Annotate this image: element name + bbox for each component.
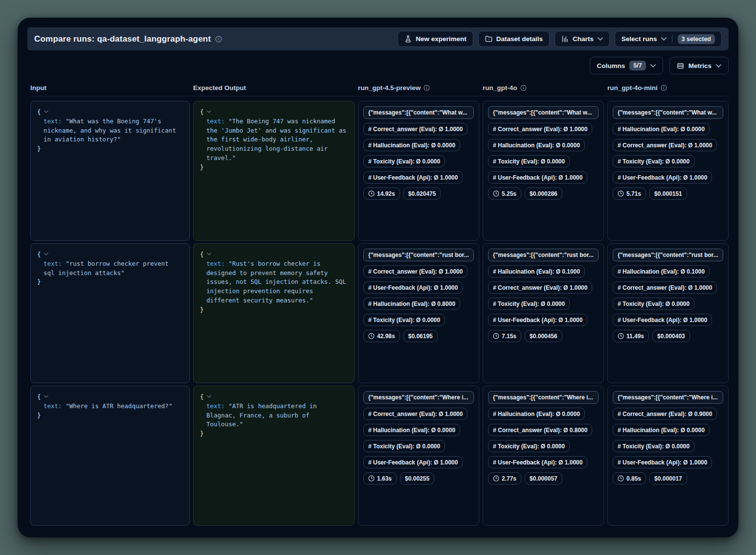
dataset-details-button[interactable]: Dataset details [478,31,550,47]
charts-button[interactable]: Charts [555,31,610,47]
latency-badge[interactable]: 42.98s [363,330,400,342]
input-cell[interactable]: { text: "rust borrow checker prevent sql… [30,243,190,383]
latency-badge[interactable]: 5.71s [613,187,646,200]
score-badge[interactable]: # Correct_answer (Eval): Ø 1.0000 [488,281,592,294]
cost-badge[interactable]: $0.000017 [649,472,687,485]
new-experiment-button[interactable]: New experiment [398,31,473,47]
collapse-caret-icon[interactable] [207,392,211,401]
json-key: text: [206,117,225,125]
score-badge[interactable]: # User-Feedback (Api): Ø 1.0000 [613,171,712,184]
info-icon[interactable] [520,85,527,91]
column-header-label: Expected Output [193,84,246,92]
collapse-caret-icon[interactable] [207,249,211,258]
title-info-icon[interactable] [215,36,222,43]
score-badge[interactable]: # Hallucination (Eval): Ø 0.0000 [613,123,710,135]
collapse-caret-icon[interactable] [44,107,48,116]
latency-badge[interactable]: 11.49s [613,330,649,342]
trace-preview[interactable]: {"messages":[{"content":"What w... [363,106,474,119]
score-badge[interactable]: # User-Feedback (Api): Ø 1.0000 [363,281,463,294]
score-badge[interactable]: # Hallucination (Eval): Ø 0.1000 [613,265,710,278]
cost-badge[interactable]: $0.000403 [652,330,690,342]
trace-preview[interactable]: {"messages":[{"content":"Where i... [363,391,474,404]
score-badge[interactable]: # User-Feedback (Api): Ø 1.0000 [363,171,463,184]
latency-value: 11.49s [626,333,644,340]
score-badge[interactable]: # Toxicity (Eval): Ø 0.0000 [363,314,445,326]
score-badge[interactable]: # Correct_answer (Eval): Ø 1.0000 [363,265,467,278]
score-badge[interactable]: # Toxicity (Eval): Ø 0.0000 [613,155,694,167]
cost-badge[interactable]: $0.000151 [649,187,687,200]
info-icon[interactable] [423,85,430,91]
input-cell[interactable]: { text: "What was the Boeing 747's nickn… [30,101,190,241]
score-badge[interactable]: # Hallucination (Eval): Ø 0.0000 [363,424,460,436]
score-badge[interactable]: # Correct_answer (Eval): Ø 1.0000 [488,123,592,135]
expected-output-cell[interactable]: { text: "Rust's borrow checker is design… [193,243,355,383]
latency-badge[interactable]: 14.92s [363,187,400,200]
score-badge[interactable]: # Correct_answer (Eval): Ø 1.0000 [363,408,467,420]
trace-preview[interactable]: {"messages":[{"content":"Where i... [613,391,723,404]
header-actions: New experiment Dataset details Charts Se… [398,31,722,47]
columns-dropdown[interactable]: Columns 5/7 [590,57,663,74]
score-badge[interactable]: # Correct_answer (Eval): Ø 1.0000 [613,139,717,151]
run-cell-gpt-4o-mini: {"messages":[{"content":"What w... # Hal… [607,101,729,241]
cost-badge[interactable]: $0.000286 [525,187,562,200]
select-runs-button[interactable]: Select runs 3 selected [615,31,722,47]
latency-badge[interactable]: 2.77s [488,472,521,485]
latency-value: 0.85s [626,475,641,482]
score-badge[interactable]: # Hallucination (Eval): Ø 0.1000 [488,265,585,278]
score-badge[interactable]: # Toxicity (Eval): Ø 0.0000 [488,298,570,310]
cost-badge[interactable]: $0.020475 [403,187,441,200]
column-header-label: Input [30,84,46,92]
score-badge[interactable]: # Hallucination (Eval): Ø 0.0000 [488,408,585,420]
trace-preview[interactable]: {"messages":[{"content":"rust bor... [488,249,599,261]
collapse-caret-icon[interactable] [44,392,48,401]
trace-preview[interactable]: {"messages":[{"content":"What w... [613,106,723,119]
expected-output-cell[interactable]: { text: "The Boeing 747 was nicknamed th… [193,101,355,241]
latency-badge[interactable]: 0.85s [613,472,646,485]
trace-preview[interactable]: {"messages":[{"content":"rust bor... [363,249,474,261]
score-badge[interactable]: # Toxicity (Eval): Ø 0.0000 [613,298,694,310]
score-badge[interactable]: # Correct_answer (Eval): Ø 0.8000 [488,424,592,436]
score-badge[interactable]: # Hallucination (Eval): Ø 0.0000 [488,139,585,151]
score-badge[interactable]: # Toxicity (Eval): Ø 0.0000 [488,440,570,452]
score-badge[interactable]: # Toxicity (Eval): Ø 0.0000 [363,155,445,167]
score-badge[interactable]: # Hallucination (Eval): Ø 0.8000 [363,298,460,310]
cost-badge[interactable]: $0.000057 [525,472,562,485]
cost-badge[interactable]: $0.06195 [403,330,438,342]
score-badge[interactable]: # Hallucination (Eval): Ø 0.0000 [613,424,710,436]
cost-badge[interactable]: $0.00255 [400,472,434,485]
json-open-brace: { [200,108,204,116]
trace-preview[interactable]: {"messages":[{"content":"rust bor... [613,249,723,261]
score-badge[interactable]: # Toxicity (Eval): Ø 0.0000 [488,155,570,167]
score-badge[interactable]: # Correct_answer (Eval): Ø 0.9000 [613,408,717,420]
score-badge[interactable]: # Hallucination (Eval): Ø 0.0000 [363,139,460,151]
info-icon[interactable] [661,85,667,91]
expected-output-cell[interactable]: { text: "ATR is headquartered in Blagnac… [193,386,355,526]
bar-chart-icon [561,35,569,43]
score-badge[interactable]: # Toxicity (Eval): Ø 0.0000 [363,440,445,452]
column-header-run1: run_gpt-4.5-preview [358,84,479,92]
latency-badge[interactable]: 5.25s [488,187,521,200]
score-badge[interactable]: # User-Feedback (Api): Ø 1.0000 [488,171,587,184]
score-badge[interactable]: # User-Feedback (Api): Ø 1.0000 [613,456,712,468]
score-badge[interactable]: # Toxicity (Eval): Ø 0.0000 [613,440,694,452]
clock-icon [618,475,624,482]
trace-preview[interactable]: {"messages":[{"content":"Where i... [488,391,599,404]
collapse-caret-icon[interactable] [207,107,211,116]
json-key: text: [44,402,62,410]
column-header-run3: run_gpt-4o-mini [607,84,729,92]
chevron-down-icon [716,64,721,68]
metrics-dropdown[interactable]: Metrics [669,57,729,74]
trace-preview[interactable]: {"messages":[{"content":"What w... [488,106,599,119]
cost-badge[interactable]: $0.000456 [525,330,562,342]
score-badge[interactable]: # User-Feedback (Api): Ø 1.0000 [613,314,712,326]
column-header-label: run_gpt-4o [483,84,517,92]
score-badge[interactable]: # User-Feedback (Api): Ø 1.0000 [363,456,463,468]
latency-badge[interactable]: 1.63s [363,472,397,485]
score-badge[interactable]: # User-Feedback (Api): Ø 1.0000 [488,314,587,326]
score-badge[interactable]: # Correct_answer (Eval): Ø 1.0000 [363,123,467,135]
score-badge[interactable]: # User-Feedback (Api): Ø 1.0000 [488,456,587,468]
latency-badge[interactable]: 7.15s [488,330,521,342]
input-cell[interactable]: { text: "Where is ATR headquartered?" } [30,386,190,526]
score-badge[interactable]: # Correct_answer (Eval): Ø 1.0000 [613,281,717,294]
collapse-caret-icon[interactable] [44,249,48,258]
